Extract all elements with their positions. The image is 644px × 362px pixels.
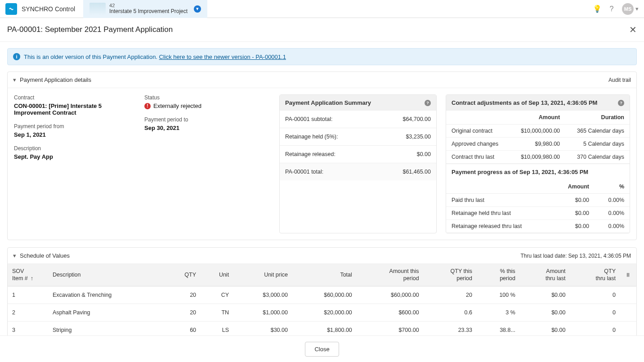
cell-desc: Asphalt Paving [48,304,165,321]
status-label: Status [144,94,270,101]
col-total[interactable]: Total [292,264,357,286]
adj-label: Contract thru last [446,151,510,164]
table-row[interactable]: 3Striping60LS$30.00$1,800.00$700.0023.33… [8,321,636,335]
chevron-down-icon: ▾ [13,252,16,259]
summary-label: Retainage held (5%): [285,134,338,140]
sort-asc-icon: ↑ [31,275,33,282]
sov-thru-text: Thru last load date: Sep 13, 2021, 4:36:… [521,253,631,259]
avatar: MS [622,3,634,15]
description-value: Sept. Pay App [14,153,135,160]
prog-label: Retainage released thru last [446,220,553,233]
cell-unit: CY [201,286,233,304]
summary-value: $3,235.00 [406,134,431,140]
adj-duration: 5 Calendar days [565,138,630,151]
cell-empty [620,286,636,304]
table-row[interactable]: 2Asphalt Paving20TN$1,000.00$20,000.00$6… [8,304,636,321]
prog-pct: 0.00% [595,194,630,207]
cell-amt-thru: $0.00 [520,321,570,335]
content-scroll-area: i This is an older version of this Payme… [0,42,644,335]
summary-row: PA-00001 subtotal:$64,700.00 [280,111,436,128]
cell-unit-price: $3,000.00 [233,286,292,304]
cell-amt-period: $60,000.00 [357,286,424,304]
adj-amount: $9,980.00 [510,138,565,151]
cell-unit-price: $1,000.00 [233,304,292,321]
cell-empty [620,304,636,321]
lightbulb-icon[interactable]: 💡 [593,5,601,13]
app-logo[interactable] [5,3,17,15]
project-tab[interactable]: 42 Interstate 5 Improvement Project ▾ [83,0,207,18]
table-row[interactable]: 1Excavation & Trenching20CY$3,000.00$60,… [8,286,636,304]
cell-unit-price: $30.00 [233,321,292,335]
period-to-value: Sep 30, 2021 [144,125,270,131]
cell-qty-period: 23.33 [424,321,477,335]
col-qty-thru[interactable]: QTYthru last [570,264,620,286]
col-amount-thru[interactable]: Amountthru last [520,264,570,286]
cell-amt-thru: $0.00 [520,304,570,321]
summary-label: Retainage released: [285,151,335,157]
cell-amt-period: $700.00 [357,321,424,335]
adj-label: Approved changes [446,138,510,151]
progress-row: Paid thru last$0.000.00% [446,194,630,207]
sov-section-title: Schedule of Values [20,252,521,259]
cell-desc: Striping [48,321,165,335]
project-thumb-icon [89,3,106,15]
summary-card: Payment Application Summary ? PA-00001 s… [279,94,437,233]
close-icon[interactable]: ✕ [629,24,637,35]
cell-total: $1,800.00 [292,321,357,335]
cell-qty-period: 20 [424,286,477,304]
col-description[interactable]: Description [48,264,165,286]
top-bar: SYNCHRO Control 42 Interstate 5 Improvem… [0,0,644,18]
col-sov-item[interactable]: SOVItem #↑ [8,264,48,286]
cell-qty-thru: 0 [570,304,620,321]
col-unit-price[interactable]: Unit price [233,264,292,286]
summary-title: Payment Application Summary [285,99,371,106]
col-amount-period[interactable]: Amount thisperiod [357,264,424,286]
col-pct-period[interactable]: % thisperiod [477,264,520,286]
prog-label: Retainage held thru last [446,207,553,220]
cell-pct-period: 100 % [477,286,520,304]
prog-header-amount: Amount [553,180,595,194]
period-from-value: Sep 1, 2021 [14,131,135,138]
project-tab-action-icon[interactable]: ▾ [194,5,201,13]
adjustments-card: Contract adjustments as of Sep 13, 2021,… [446,94,630,233]
info-icon: i [13,53,20,60]
banner-text: This is an older version of this Payment… [24,54,159,60]
cell-unit: TN [201,304,233,321]
close-button[interactable]: Close [305,342,339,357]
cell-amt-period: $600.00 [357,304,424,321]
banner-link[interactable]: Click here to see the newer version - PA… [159,54,286,60]
user-menu[interactable]: MS ▾ [622,3,639,15]
help-icon[interactable]: ? [608,5,616,13]
details-section-header[interactable]: ▾ Payment Application details Audit trai… [8,72,636,88]
cell-qty: 20 [165,286,201,304]
summary-row: Retainage held (5%):$3,235.00 [280,128,436,146]
prog-pct: 0.00% [595,220,630,233]
description-label: Description [14,145,135,152]
adj-amount: $10,000,000.00 [510,125,565,138]
cell-qty-period: 0.6 [424,304,477,321]
sov-section-header[interactable]: ▾ Schedule of Values Thru last load date… [8,248,636,264]
col-qty-period[interactable]: QTY thisperiod [424,264,477,286]
page-header: PA-00001: September 2021 Payment Applica… [0,18,644,42]
details-section: ▾ Payment Application details Audit trai… [7,72,637,240]
column-settings-icon[interactable]: ⫼ [620,264,636,286]
col-qty[interactable]: QTY [165,264,201,286]
audit-trail-link[interactable]: Audit trail [608,77,631,83]
adj-duration: 370 Calendar days [565,151,630,164]
adj-amount: $10,009,980.00 [510,151,565,164]
summary-help-icon[interactable]: ? [425,100,431,106]
cell-qty-thru: 0 [570,286,620,304]
adjustments-help-icon[interactable]: ? [618,100,624,106]
chevron-down-icon: ▾ [13,76,16,83]
sov-table: SOVItem #↑ Description QTY Unit Unit pri… [8,264,636,335]
col-unit[interactable]: Unit [201,264,233,286]
adj-header-duration: Duration [565,111,630,125]
cell-total: $20,000.00 [292,304,357,321]
prog-amount: $0.00 [553,220,595,233]
cell-total: $60,000.00 [292,286,357,304]
cell-item: 3 [8,321,48,335]
cell-unit: LS [201,321,233,335]
period-to-label: Payment period to [144,116,270,123]
contract-label: Contract [14,94,135,101]
cell-pct-period: 38.8... [477,321,520,335]
